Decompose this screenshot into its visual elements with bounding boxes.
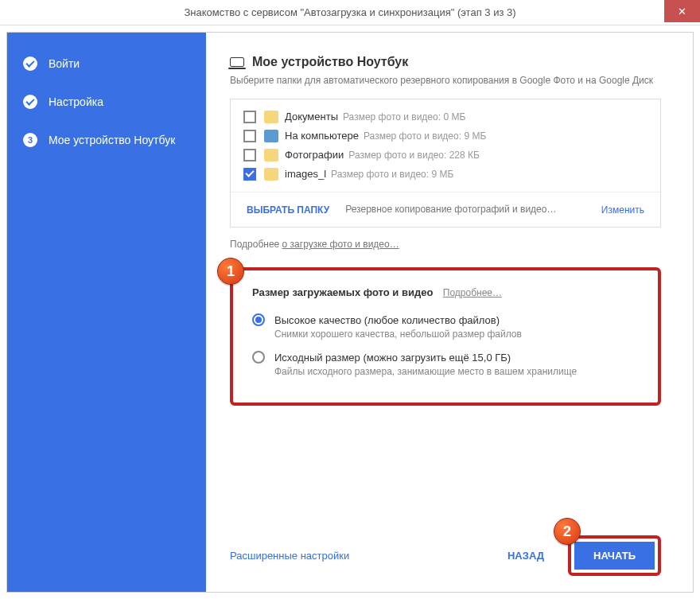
folder-size: Размер фото и видео: 0 МБ — [343, 111, 465, 123]
radio-input[interactable] — [252, 351, 265, 364]
check-icon — [23, 95, 37, 109]
radio-label: Исходный размер (можно загрузить ещё 15,… — [274, 352, 511, 364]
folder-icon — [264, 168, 278, 181]
folder-icon — [264, 111, 278, 123]
sidebar-item-label: Мое устройство Ноутбук — [49, 134, 175, 146]
folder-checkbox[interactable] — [243, 168, 256, 181]
radio-desc: Снимки хорошего качества, небольшой разм… — [274, 329, 639, 340]
radio-option-original-size[interactable]: Исходный размер (можно загрузить ещё 15,… — [252, 351, 639, 377]
folder-list: Документы Размер фото и видео: 0 МБ На к… — [231, 99, 660, 192]
folder-footer: ВЫБРАТЬ ПАПКУ Резервное копирование фото… — [231, 192, 660, 228]
titlebar-text: Знакомство с сервисом "Автозагрузка и си… — [184, 6, 515, 18]
radio-group: Высокое качество (любое количество файло… — [252, 313, 639, 377]
folder-name: Документы — [285, 111, 338, 123]
sidebar-item-login[interactable]: Войти — [23, 56, 190, 71]
quality-header: Размер загружаемых фото и видео Подробне… — [252, 285, 639, 299]
computer-icon — [264, 130, 278, 142]
sidebar-item-label: Настройка — [49, 95, 103, 108]
sidebar: Войти Настройка 3 Мое устройство Ноутбук — [7, 33, 206, 592]
quality-section: 1 Размер загружаемых фото и видео Подроб… — [230, 267, 661, 406]
close-button[interactable]: ✕ — [664, 0, 700, 22]
folder-row[interactable]: Фотографии Размер фото и видео: 228 КБ — [243, 146, 648, 165]
quality-title: Размер загружаемых фото и видео — [252, 286, 433, 298]
step-icon: 3 — [23, 133, 37, 147]
main-panel: Мое устройство Ноутбук Выберите папки дл… — [206, 33, 693, 592]
device-title: Мое устройство Ноутбук — [252, 55, 408, 69]
advanced-settings-link[interactable]: Расширенные настройки — [230, 550, 349, 562]
folder-size: Размер фото и видео: 9 МБ — [331, 169, 453, 180]
folder-size: Размер фото и видео: 9 МБ — [364, 130, 486, 142]
device-subtitle: Выберите папки для автоматического резер… — [230, 74, 661, 88]
start-button-highlight: 2 НАЧАТЬ — [568, 535, 661, 576]
folder-name: images_l — [285, 168, 326, 180]
sidebar-item-device[interactable]: 3 Мое устройство Ноутбук — [23, 133, 190, 147]
device-header: Мое устройство Ноутбук — [230, 55, 661, 69]
more-info-link[interactable]: о загрузке фото и видео… — [282, 239, 399, 250]
start-button[interactable]: НАЧАТЬ — [574, 542, 655, 570]
annotation-badge-2: 2 — [554, 518, 581, 545]
sidebar-item-settings[interactable]: Настройка — [23, 95, 190, 109]
choose-folder-button[interactable]: ВЫБРАТЬ ПАПКУ — [247, 204, 329, 216]
back-button[interactable]: НАЗАД — [508, 550, 544, 562]
folder-icon — [264, 149, 278, 161]
backup-text: Резервное копирование фотографий и видео… — [345, 204, 585, 216]
bottom-bar: Расширенные настройки НАЗАД 2 НАЧАТЬ — [230, 519, 661, 576]
folder-row[interactable]: Документы Размер фото и видео: 0 МБ — [243, 107, 648, 126]
folder-name: На компьютере — [285, 130, 359, 142]
folder-checkbox[interactable] — [243, 111, 256, 123]
annotation-badge-1: 1 — [217, 258, 244, 285]
titlebar: Знакомство с сервисом "Автозагрузка и си… — [0, 0, 700, 25]
check-icon — [23, 56, 37, 71]
more-info: Подробнее о загрузке фото и видео… — [230, 239, 661, 250]
close-icon: ✕ — [678, 6, 686, 18]
folder-name: Фотографии — [285, 149, 344, 161]
change-link[interactable]: Изменить — [601, 204, 644, 216]
folder-size: Размер фото и видео: 228 КБ — [348, 150, 480, 161]
folder-checkbox[interactable] — [243, 130, 256, 142]
quality-more-link[interactable]: Подробнее… — [443, 287, 502, 298]
radio-label: Высокое качество (любое количество файло… — [274, 314, 500, 326]
radio-option-high-quality[interactable]: Высокое качество (любое количество файло… — [252, 313, 639, 340]
folder-row[interactable]: images_l Размер фото и видео: 9 МБ — [243, 165, 648, 184]
radio-input[interactable] — [252, 313, 265, 326]
folder-box: Документы Размер фото и видео: 0 МБ На к… — [230, 99, 661, 228]
folder-checkbox[interactable] — [243, 149, 256, 161]
laptop-icon — [230, 57, 244, 67]
sidebar-item-label: Войти — [49, 57, 80, 70]
radio-desc: Файлы исходного размера, занимающие мест… — [274, 366, 639, 377]
folder-row[interactable]: На компьютере Размер фото и видео: 9 МБ — [243, 126, 648, 146]
